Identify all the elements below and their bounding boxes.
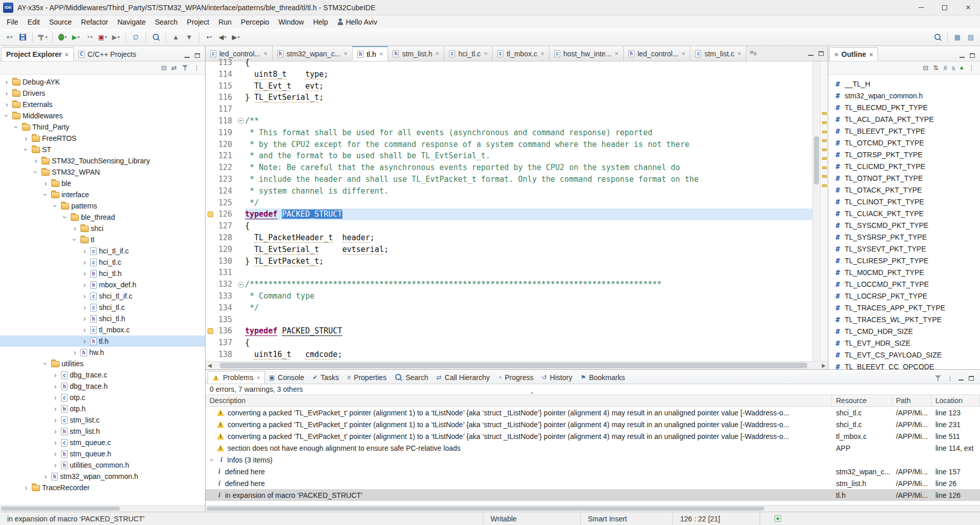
menu-item-help[interactable]: Help (309, 16, 333, 28)
perspective-cpp-icon[interactable]: ▦ (951, 31, 964, 44)
column-header-resource[interactable]: Resource (832, 395, 892, 406)
previous-annotation-icon[interactable]: ▲ (170, 31, 182, 44)
tab-history[interactable]: ↺History (538, 371, 577, 384)
expand-arrow-icon[interactable]: › (52, 427, 59, 435)
expand-arrow-icon[interactable]: › (71, 236, 79, 243)
expand-arrow-icon[interactable]: › (81, 269, 88, 278)
code-text[interactable]: TL_PacketHeader_t header; (245, 232, 812, 244)
minimize-window-button[interactable] (909, 0, 933, 15)
expand-arrow-icon[interactable]: › (52, 416, 59, 424)
code-text[interactable]: /***************************************… (245, 279, 812, 290)
close-tab-icon[interactable]: × (344, 50, 348, 57)
hide-macros-icon[interactable]: # (943, 65, 947, 71)
expand-arrow-icon[interactable]: › (42, 472, 49, 480)
next-annotation-icon[interactable]: ▼ (183, 31, 195, 44)
tree-item-stm32-touchsensing-library[interactable]: ›STM32_TouchSensing_Library (0, 155, 205, 166)
outline-item-tl-otrsp-pkt-type[interactable]: #TL_OTRSP_PKT_TYPE (828, 149, 980, 160)
expand-arrow-icon[interactable]: › (42, 360, 50, 367)
expand-arrow-icon[interactable]: › (81, 247, 88, 255)
code-text[interactable]: } TL_EvtSerial_t; (245, 92, 812, 103)
view-menu-icon[interactable]: ⋮ (968, 65, 975, 71)
tree-item-utilities-common-h[interactable]: ›hutilities_common.h (0, 459, 205, 471)
maximize-view-icon[interactable] (970, 53, 975, 58)
expand-arrow-icon[interactable]: › (32, 169, 40, 176)
outline-item-tl-m0cmd-pkt-type[interactable]: #TL_M0CMD_PKT_TYPE (828, 266, 980, 278)
code-text[interactable]: { (245, 337, 812, 349)
expand-arrow-icon[interactable]: › (52, 382, 59, 390)
minimize-view-icon[interactable] (958, 376, 964, 381)
search-icon[interactable] (931, 31, 944, 44)
debug-icon[interactable]: ▾ (56, 31, 69, 44)
outline-item-tl-otack-pkt-type[interactable]: #TL_OTACK_PKT_TYPE (828, 184, 980, 196)
annotation-mark[interactable] (822, 121, 827, 124)
problem-row[interactable]: converting a packed ‘TL_EvtPacket_t’ poi… (206, 418, 980, 430)
expand-arrow-icon[interactable]: › (81, 258, 88, 266)
tree-item-shci[interactable]: ›shci (0, 223, 205, 234)
tree-item-stm-queue-h[interactable]: ›hstm_queue.h (0, 448, 205, 459)
tree-item-tl-h[interactable]: ›htl.h (0, 335, 205, 347)
scrollbar-thumb[interactable] (814, 136, 819, 184)
close-tab-icon[interactable]: × (484, 50, 488, 57)
filter-icon[interactable] (181, 65, 189, 71)
maximize-window-button[interactable] (933, 0, 956, 15)
code-text[interactable] (245, 267, 812, 279)
outline-item-tl-traces-app-pkt-type[interactable]: #TL_TRACES_APP_PKT_TYPE (828, 302, 980, 313)
view-menu-icon[interactable]: ⋮ (193, 65, 200, 71)
close-view-icon[interactable]: × (869, 51, 873, 58)
expand-arrow-icon[interactable]: › (52, 450, 59, 458)
skip-all-breakpoints-icon[interactable]: ∅ (130, 31, 142, 44)
expand-arrow-icon[interactable]: › (23, 134, 30, 142)
outline-item-tl-cliack-pkt-type[interactable]: #TL_CLIACK_PKT_TYPE (828, 207, 980, 219)
tree-item-ble-thread[interactable]: ›ble_thread (0, 212, 205, 223)
expand-arrow-icon[interactable]: › (81, 314, 88, 323)
expand-arrow-icon[interactable]: › (3, 100, 10, 109)
code-text[interactable]: /** (245, 115, 812, 127)
menu-item-refactor[interactable]: Refactor (76, 16, 113, 28)
expand-arrow-icon[interactable]: › (52, 393, 59, 402)
problem-row[interactable]: section does not have enough alignment t… (206, 442, 980, 454)
code-text[interactable]: uint8_t type; (245, 69, 812, 80)
expand-arrow-icon[interactable]: › (42, 191, 50, 198)
tree-item-hci-tl-if-c[interactable]: ›chci_tl_if.c (0, 245, 205, 257)
tree-item-st[interactable]: ›ST (0, 144, 205, 155)
outline-item-tl-cliresp-pkt-type[interactable]: #TL_CLIRESP_PKT_TYPE (828, 255, 980, 266)
sort-icon[interactable]: ⇅ (933, 65, 939, 71)
tree-item-third-party[interactable]: ›Third_Party (0, 121, 205, 133)
outline-item-tl-clicmd-pkt-type[interactable]: #TL_CLICMD_PKT_TYPE (828, 160, 980, 172)
back-icon[interactable]: ◀▾ (216, 31, 229, 44)
new-wizard-icon[interactable]: +▾ (3, 31, 15, 44)
outline-item-tl-evt-hdr-size[interactable]: #TL_EVT_HDR_SIZE (828, 337, 980, 349)
expand-arrow-icon[interactable]: › (208, 456, 216, 464)
problem-row[interactable]: idefined herestm_list.h/APP/Mi...line 26 (206, 477, 980, 489)
expand-arrow-icon[interactable]: › (81, 303, 88, 311)
scroll-right-icon[interactable]: ▶ (820, 363, 828, 368)
save-icon[interactable] (16, 31, 29, 44)
fold-collapse-icon[interactable]: − (238, 282, 244, 288)
tree-item-dbg-trace-c[interactable]: ›cdbg_trace.c (0, 369, 205, 381)
expand-arrow-icon[interactable]: › (42, 179, 49, 187)
close-view-icon[interactable]: × (65, 51, 69, 58)
tree-item-hw-h[interactable]: ›hhw.h (0, 347, 205, 358)
tree-item-freertos[interactable]: ›FreeRTOS (0, 133, 205, 144)
expand-arrow-icon[interactable]: › (52, 405, 59, 413)
scrollbar-thumb[interactable] (1, 507, 120, 511)
tree-item-shci-tl-if-c[interactable]: ›cshci_tl_if.c (0, 290, 205, 302)
expand-arrow-icon[interactable]: › (12, 123, 21, 131)
code-text[interactable] (245, 314, 812, 326)
problem-row[interactable]: ›iInfos (3 items) (206, 454, 980, 466)
outline-item-tl-acl-data-pkt-type[interactable]: #TL_ACL_DATA_PKT_TYPE (828, 113, 980, 125)
tree-item-dbg-trace-h[interactable]: ›hdbg_trace.h (0, 381, 205, 392)
profile-icon[interactable]: ◔▾ (83, 31, 95, 44)
problem-row[interactable]: converting a packed ‘TL_EvtPacket_t’ poi… (206, 407, 980, 418)
code-text[interactable]: * Note: Be careful that the asynchronous… (245, 162, 812, 174)
annotation-mark[interactable] (822, 112, 827, 115)
tree-item-ble[interactable]: ›ble (0, 178, 205, 189)
tab-project-explorer[interactable]: Project Explorer × (1, 47, 74, 61)
outline-item-tl-sysrsp-pkt-type[interactable]: #TL_SYSRSP_PKT_TYPE (828, 231, 980, 243)
editor-hscrollbar[interactable]: ◀ ▶ (206, 361, 828, 369)
filter-icon[interactable] (934, 375, 942, 382)
run-icon[interactable]: ▶▾ (70, 31, 82, 44)
expand-arrow-icon[interactable]: › (81, 292, 88, 300)
tree-item-tracerecorder[interactable]: ›TraceRecorder (0, 482, 205, 493)
expand-arrow-icon[interactable]: › (3, 112, 11, 119)
